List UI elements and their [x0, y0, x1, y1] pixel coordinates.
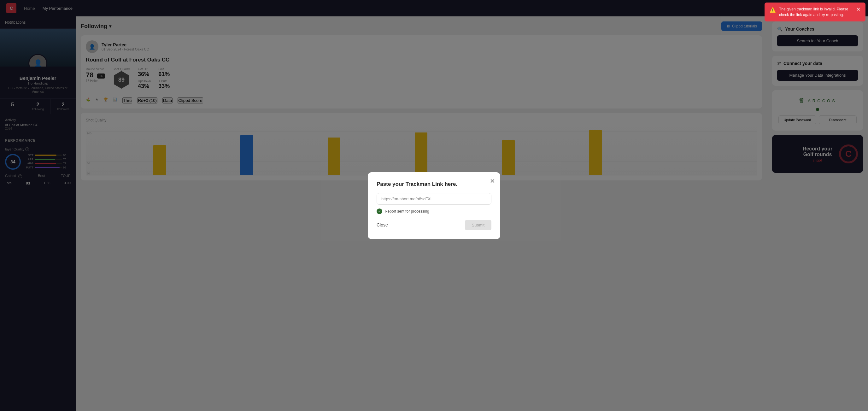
modal-overlay: Paste your Trackman Link here. ✕ ✓ Repor…: [0, 0, 868, 411]
modal-close-button[interactable]: Close: [377, 222, 388, 227]
trackman-link-input[interactable]: [377, 193, 491, 205]
trackman-modal: Paste your Trackman Link here. ✕ ✓ Repor…: [368, 172, 500, 239]
toast-close-button[interactable]: ✕: [856, 6, 861, 12]
success-text: Report sent for processing: [385, 209, 429, 214]
modal-actions: Close Submit: [377, 220, 491, 230]
toast-message: The given trackman link is invalid. Plea…: [779, 6, 853, 18]
modal-title: Paste your Trackman Link here.: [377, 181, 491, 187]
modal-success-message: ✓ Report sent for processing: [377, 209, 491, 214]
warning-icon: ⚠️: [770, 6, 776, 14]
success-check-icon: ✓: [377, 209, 382, 214]
modal-close-x-button[interactable]: ✕: [490, 177, 495, 185]
error-toast: ⚠️ The given trackman link is invalid. P…: [765, 2, 866, 22]
modal-submit-button[interactable]: Submit: [465, 220, 491, 230]
